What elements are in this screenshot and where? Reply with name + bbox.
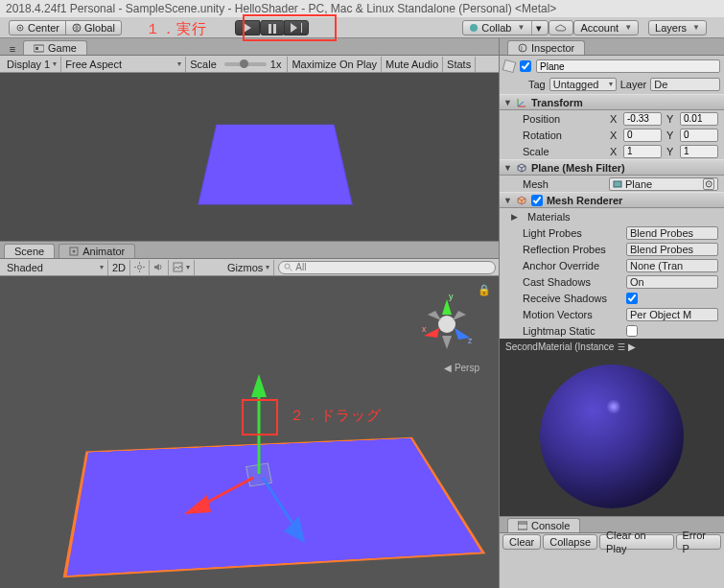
orientation-gizmo[interactable]: x y z [416,294,478,355]
svg-point-1 [19,27,21,29]
inspector-icon: i [518,43,527,53]
console-clearplay-toggle[interactable]: Clear on Play [599,534,673,550]
console-errorpause-toggle[interactable]: Error P [676,534,721,550]
lightmap-label: Lightmap Static [523,325,622,337]
mesh-picker-icon[interactable]: ⊙ [703,178,714,190]
aspect-dropdown[interactable]: Free Aspect▾ [61,57,186,72]
castshadows-dropdown[interactable]: On [626,275,718,289]
console-collapse-toggle[interactable]: Collapse [543,534,597,550]
meshrenderer-header[interactable]: ▼ Mesh Renderer [500,192,724,208]
lightprobes-label: Light Probes [523,227,622,239]
fx-toggle[interactable]: ▾ [169,260,195,275]
pivot-label: Center [28,21,59,35]
scale-slider[interactable] [224,62,267,66]
tab-inspector[interactable]: i Inspector [507,40,585,55]
gizmos-dropdown[interactable]: Gizmos▾ [223,260,274,275]
tab-game[interactable]: Game [23,40,87,55]
svg-rect-4 [34,45,44,52]
scene-search[interactable]: All [278,261,496,274]
tab-animator[interactable]: Animator [58,244,135,258]
mode-2d-toggle[interactable]: 2D [108,260,130,275]
meshfilter-header[interactable]: ▼ Plane (Mesh Filter) [500,159,724,176]
step-button[interactable] [284,20,309,35]
materials-row[interactable]: ▶Materials [500,208,724,224]
rotation-y-field[interactable] [680,129,718,142]
mesh-field[interactable]: Plane ⊙ [609,177,718,191]
space-toggle[interactable]: Global [65,20,122,35]
position-x-field[interactable] [623,112,662,126]
cloud-button[interactable] [549,20,573,35]
play-icon [244,23,251,33]
pause-button[interactable] [260,20,285,35]
console-icon [518,521,527,530]
svg-marker-28 [428,311,441,320]
meshfilter-title: Plane (Mesh Filter) [531,162,625,174]
position-y-field[interactable] [680,112,718,126]
meshrenderer-enabled-checkbox[interactable] [531,195,543,206]
stats-toggle[interactable]: Stats [443,57,476,72]
pos-y-label: Y [666,113,676,125]
image-icon [173,262,183,272]
shading-dropdown[interactable]: Shaded▾ [3,260,108,275]
tag-dropdown[interactable]: Untagged▾ [549,78,617,91]
scale-value: 1x [270,59,282,70]
reflection-dropdown[interactable]: Blend Probes [626,243,718,256]
gameobject-active-checkbox[interactable] [520,60,531,72]
motionvectors-dropdown[interactable]: Per Object M [626,308,718,321]
position-label: Position [523,113,605,125]
account-dropdown[interactable]: Account▼ [573,20,639,35]
scene-lock-icon[interactable]: 🔒 [478,284,491,296]
game-options-icon[interactable]: ≡ [6,43,19,55]
scale-row: Scale X Y [500,143,724,159]
maximize-label: Maximize On Play [292,59,377,70]
game-viewport[interactable] [0,73,499,241]
display-dropdown[interactable]: Display 1▾ [3,57,61,72]
receiveshadows-checkbox[interactable] [626,293,638,304]
console-clear-button[interactable]: Clear [502,534,541,550]
svg-line-20 [263,478,295,528]
projection-label[interactable]: ◀ Persp [444,363,479,373]
svg-point-7 [73,250,76,253]
audio-toggle[interactable] [150,260,169,275]
play-button[interactable] [235,20,260,35]
lightmap-checkbox[interactable] [626,325,638,337]
mute-toggle[interactable]: Mute Audio [382,57,443,72]
scale-x-field[interactable] [623,145,662,158]
castshadows-label: Cast Shadows [523,276,622,288]
space-label: Global [84,21,115,35]
material-sphere [540,365,684,508]
aspect-label: Free Aspect [65,59,122,70]
search-icon [284,263,292,271]
tab-animator-label: Animator [82,246,125,257]
anchor-field[interactable]: None (Tran [626,259,718,272]
lighting-toggle[interactable] [130,260,150,275]
layers-label: Layers [655,21,687,35]
layer-dropdown[interactable]: De [650,78,720,91]
transform-header[interactable]: ▼ Transform [500,94,724,110]
gameobject-name-field[interactable] [536,59,720,73]
tab-inspector-label: Inspector [531,42,574,54]
move-gizmo[interactable] [144,353,393,588]
tab-console[interactable]: Console [507,518,580,532]
scale-label: Scale [190,59,217,70]
collab-icon [469,23,479,33]
scale-y-field[interactable] [680,145,718,158]
main-toolbar: Center Global Collab▼▾ Account▼ Layers▼ … [0,17,724,38]
material-preview[interactable]: SecondMaterial (Instance ▶ [500,339,724,516]
maximize-toggle[interactable]: Maximize On Play [287,57,382,72]
shading-label: Shaded [7,262,43,273]
game-tabbar: ≡ Game [0,38,499,56]
receiveshadows-row: Receive Shadows [500,290,724,306]
rotation-x-field[interactable] [623,129,662,142]
tab-scene-label: Scene [14,246,44,257]
game-toolbar: Display 1▾ Free Aspect▾ Scale 1x Maximiz… [0,56,499,73]
tab-scene[interactable]: Scene [4,244,55,258]
layers-dropdown[interactable]: Layers▼ [648,20,707,35]
scene-viewport[interactable]: x y z 🔒 ◀ Persp ２．ドラッグ [0,276,499,588]
collab-dropdown[interactable]: Collab▼▾ [462,20,549,35]
material-name: SecondMaterial (Instance ▶ [505,341,636,352]
gameobject-icon[interactable] [502,59,517,73]
lightprobes-dropdown[interactable]: Blend Probes [626,226,718,240]
pivot-toggle[interactable]: Center [9,20,66,35]
scene-toolbar: Shaded▾ 2D ▾ Gizmos▾ All [0,259,499,276]
